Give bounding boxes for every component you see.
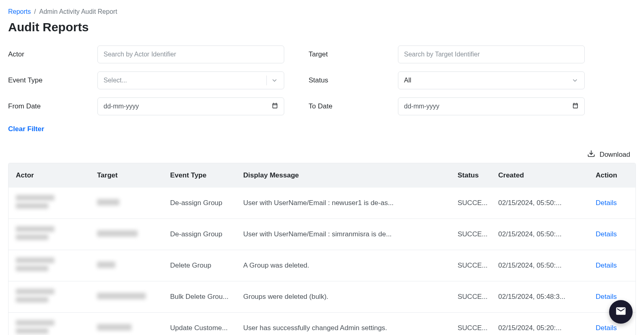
cell-actor: ██████ bbox=[16, 195, 97, 211]
cell-message: A Group was deleted. bbox=[243, 262, 458, 270]
cell-created: 02/15/2024, 05:20:... bbox=[498, 324, 596, 332]
header-display-message: Display Message bbox=[243, 171, 458, 179]
download-icon bbox=[587, 149, 595, 160]
event-type-label: Event Type bbox=[8, 76, 97, 84]
details-link[interactable]: Details bbox=[596, 262, 617, 269]
cell-actor: ██████ bbox=[16, 257, 97, 274]
download-button[interactable]: Download bbox=[587, 149, 630, 160]
actor-input[interactable] bbox=[97, 45, 284, 63]
header-status: Status bbox=[458, 171, 498, 179]
cell-event-type: Delete Group bbox=[170, 262, 243, 270]
cell-event-type: De-assign Group bbox=[170, 230, 243, 238]
cell-created: 02/15/2024, 05:48:3... bbox=[498, 293, 596, 301]
cell-message: User with UserName/Email : simranmisra i… bbox=[243, 230, 458, 238]
target-label: Target bbox=[309, 50, 398, 58]
breadcrumb-parent-link[interactable]: Reports bbox=[8, 8, 31, 15]
cell-event-type: De-assign Group bbox=[170, 199, 243, 207]
cell-created: 02/15/2024, 05:50:... bbox=[498, 199, 596, 207]
header-actor: Actor bbox=[16, 171, 97, 179]
cell-message: Groups were deleted (bulk). bbox=[243, 293, 458, 301]
status-label: Status bbox=[309, 76, 398, 84]
table-row: ██████ ███ De-assign Group User with Use… bbox=[9, 219, 635, 250]
table-row: ██████ ███ De-assign Group User with Use… bbox=[9, 188, 635, 219]
cell-event-type: Bulk Delete Grou... bbox=[170, 293, 243, 301]
chevron-down-icon bbox=[571, 77, 579, 84]
header-created: Created bbox=[498, 171, 596, 179]
header-event-type: Event Type bbox=[170, 171, 243, 179]
cell-target: ███ bbox=[97, 293, 170, 301]
to-date-input[interactable]: dd-mm-yyyy bbox=[398, 97, 585, 115]
filters-panel: Actor Target Event Type Select... Status… bbox=[8, 45, 636, 115]
cell-actor: ██████ bbox=[16, 226, 97, 242]
event-type-placeholder: Select... bbox=[104, 77, 127, 84]
table-row: ██████ ███ Delete Group A Group was dele… bbox=[9, 250, 635, 281]
breadcrumb-separator: / bbox=[34, 8, 36, 15]
status-select[interactable]: All bbox=[398, 71, 585, 89]
cell-created: 02/15/2024, 05:50:... bbox=[498, 230, 596, 238]
header-target: Target bbox=[97, 171, 170, 179]
from-date-input[interactable]: dd-mm-yyyy bbox=[97, 97, 284, 115]
cell-message: User with UserName/Email : newuser1 is d… bbox=[243, 199, 458, 207]
from-date-label: From Date bbox=[8, 102, 97, 110]
status-value: All bbox=[404, 77, 411, 84]
chevron-down-icon bbox=[266, 76, 278, 85]
event-type-select[interactable]: Select... bbox=[97, 71, 284, 89]
target-input[interactable] bbox=[398, 45, 585, 63]
table-row: ██████ ███ Bulk Delete Grou... Groups we… bbox=[9, 281, 635, 313]
details-link[interactable]: Details bbox=[596, 293, 617, 300]
audit-table: Actor Target Event Type Display Message … bbox=[8, 163, 636, 335]
cell-status: SUCCE... bbox=[458, 199, 498, 207]
cell-target: ███ bbox=[97, 199, 170, 207]
cell-status: SUCCE... bbox=[458, 324, 498, 332]
cell-target: ███ bbox=[97, 262, 170, 270]
cell-target: ███ bbox=[97, 230, 170, 238]
cell-event-type: Update Custome... bbox=[170, 324, 243, 332]
details-link[interactable]: Details bbox=[596, 199, 617, 207]
clear-filter-button[interactable]: Clear Filter bbox=[8, 125, 44, 133]
actor-label: Actor bbox=[8, 50, 97, 58]
page-title: Audit Reports bbox=[8, 20, 636, 34]
cell-actor: ██████ bbox=[16, 289, 97, 305]
cell-status: SUCCE... bbox=[458, 293, 498, 301]
cell-actor: ██████ bbox=[16, 320, 97, 335]
mail-icon bbox=[615, 305, 627, 318]
download-label: Download bbox=[599, 151, 630, 159]
header-action: Action bbox=[596, 171, 628, 179]
to-date-placeholder: dd-mm-yyyy bbox=[404, 103, 439, 110]
chat-fab-button[interactable] bbox=[609, 300, 633, 324]
calendar-icon bbox=[272, 102, 278, 110]
cell-status: SUCCE... bbox=[458, 230, 498, 238]
table-header: Actor Target Event Type Display Message … bbox=[9, 163, 635, 188]
breadcrumb: Reports / Admin Activity Audit Report bbox=[8, 8, 636, 15]
calendar-icon bbox=[572, 102, 579, 110]
cell-message: User has successfully changed Admin sett… bbox=[243, 324, 458, 332]
table-row: ██████ ███ Update Custome... User has su… bbox=[9, 313, 635, 335]
cell-target: ███ bbox=[97, 324, 170, 332]
to-date-label: To Date bbox=[309, 102, 398, 110]
cell-created: 02/15/2024, 05:50:... bbox=[498, 262, 596, 270]
breadcrumb-current: Admin Activity Audit Report bbox=[39, 8, 117, 15]
details-link[interactable]: Details bbox=[596, 230, 617, 238]
details-link[interactable]: Details bbox=[596, 324, 617, 332]
cell-status: SUCCE... bbox=[458, 262, 498, 270]
from-date-placeholder: dd-mm-yyyy bbox=[104, 103, 139, 110]
